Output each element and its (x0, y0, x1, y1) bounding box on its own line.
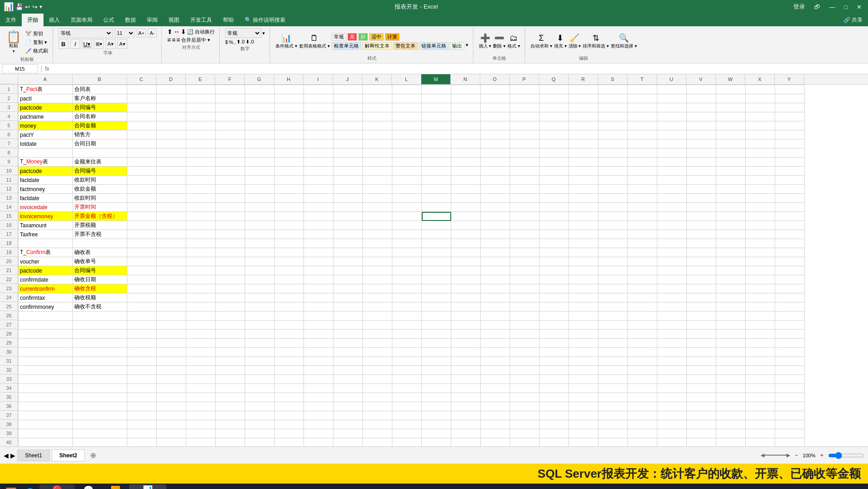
cell-C33[interactable] (127, 375, 157, 384)
cell-E34[interactable] (186, 384, 216, 393)
cell-B17[interactable]: 开票不含税 (73, 230, 127, 239)
cell-I26[interactable] (304, 312, 333, 321)
cell-T10[interactable] (628, 167, 657, 176)
cell-Y8[interactable] (775, 149, 805, 158)
cell-V12[interactable] (687, 185, 716, 194)
cell-G36[interactable] (245, 402, 275, 411)
cell-A39[interactable] (19, 429, 73, 438)
cell-H1[interactable] (275, 85, 304, 94)
cell-C14[interactable] (127, 203, 157, 212)
cell-T30[interactable] (628, 348, 657, 357)
cell-C8[interactable] (127, 149, 157, 158)
cell-U7[interactable] (657, 139, 687, 149)
cell-D25[interactable] (157, 302, 186, 312)
cell-V22[interactable] (687, 275, 716, 284)
cell-I33[interactable] (304, 375, 333, 384)
cell-C26[interactable] (127, 312, 157, 321)
cell-I3[interactable] (304, 103, 333, 112)
cell-M16[interactable] (422, 221, 451, 230)
cell-A30[interactable] (19, 348, 73, 357)
cell-C23[interactable] (127, 284, 157, 293)
cell-M4[interactable] (422, 112, 451, 121)
cell-G39[interactable] (245, 429, 275, 438)
cell-Q35[interactable] (540, 393, 569, 402)
cell-I38[interactable] (304, 420, 333, 429)
cell-X30[interactable] (746, 348, 775, 357)
cell-F37[interactable] (216, 411, 245, 420)
cell-P15[interactable] (510, 212, 540, 221)
cell-P30[interactable] (510, 348, 540, 357)
cell-O5[interactable] (481, 121, 510, 130)
cell-F11[interactable] (216, 176, 245, 185)
cell-C9[interactable] (127, 158, 157, 167)
cell-P13[interactable] (510, 194, 540, 203)
cell-V7[interactable] (687, 139, 716, 149)
cell-R25[interactable] (569, 302, 598, 312)
row-number-10[interactable]: 10 (0, 166, 18, 175)
cell-H8[interactable] (275, 149, 304, 158)
cell-B12[interactable]: 收款金额 (73, 185, 127, 194)
cell-N26[interactable] (451, 312, 481, 321)
cell-M26[interactable] (422, 312, 451, 321)
cell-F6[interactable] (216, 130, 245, 139)
cell-S9[interactable] (598, 158, 628, 167)
cell-U16[interactable] (657, 221, 687, 230)
cell-Q25[interactable] (540, 302, 569, 312)
cell-C19[interactable] (127, 248, 157, 257)
cell-H20[interactable] (275, 257, 304, 266)
cell-A34[interactable] (19, 384, 73, 393)
col-header-E[interactable]: E (186, 74, 215, 84)
cell-W21[interactable] (716, 266, 746, 275)
cell-F24[interactable] (216, 293, 245, 302)
cell-V13[interactable] (687, 194, 716, 203)
cell-Q1[interactable] (540, 85, 569, 94)
cell-E12[interactable] (186, 185, 216, 194)
cell-J29[interactable] (333, 339, 363, 348)
cell-D38[interactable] (157, 420, 186, 429)
cell-U30[interactable] (657, 348, 687, 357)
cell-S38[interactable] (598, 420, 628, 429)
cell-V4[interactable] (687, 112, 716, 121)
cell-V37[interactable] (687, 411, 716, 420)
cell-R6[interactable] (569, 130, 598, 139)
cell-L15[interactable] (392, 212, 422, 221)
cell-B6[interactable]: 销售方 (73, 130, 127, 139)
col-header-V[interactable]: V (686, 74, 716, 84)
cell-U12[interactable] (657, 185, 687, 194)
cell-N4[interactable] (451, 112, 481, 121)
cell-M13[interactable] (422, 194, 451, 203)
cell-G5[interactable] (245, 121, 275, 130)
cell-V34[interactable] (687, 384, 716, 393)
cell-Y29[interactable] (775, 339, 805, 348)
cell-K4[interactable] (363, 112, 392, 121)
cell-S31[interactable] (598, 357, 628, 366)
cell-G18[interactable] (245, 239, 275, 248)
cell-F19[interactable] (216, 248, 245, 257)
cell-D2[interactable] (157, 94, 186, 103)
cell-D36[interactable] (157, 402, 186, 411)
cell-F32[interactable] (216, 366, 245, 375)
cell-B18[interactable] (73, 239, 127, 248)
align-top-button[interactable]: ⬆ (167, 28, 173, 35)
cell-K14[interactable] (363, 203, 392, 212)
cell-T22[interactable] (628, 275, 657, 284)
cell-I19[interactable] (304, 248, 333, 257)
cell-N5[interactable] (451, 121, 481, 130)
cell-X33[interactable] (746, 375, 775, 384)
cell-S3[interactable] (598, 103, 628, 112)
cell-Q33[interactable] (540, 375, 569, 384)
taskbar-firefox-button[interactable]: 🌐 (21, 484, 39, 489)
cell-P5[interactable] (510, 121, 540, 130)
cell-L16[interactable] (392, 221, 422, 230)
cell-C18[interactable] (127, 239, 157, 248)
cell-G17[interactable] (245, 230, 275, 239)
cell-U10[interactable] (657, 167, 687, 176)
cell-S37[interactable] (598, 411, 628, 420)
italic-button[interactable]: I (70, 39, 80, 49)
cell-G1[interactable] (245, 85, 275, 94)
row-number-25[interactable]: 25 (0, 302, 18, 311)
cell-U23[interactable] (657, 284, 687, 293)
cell-J6[interactable] (333, 130, 363, 139)
cell-X38[interactable] (746, 420, 775, 429)
cell-Y28[interactable] (775, 330, 805, 339)
